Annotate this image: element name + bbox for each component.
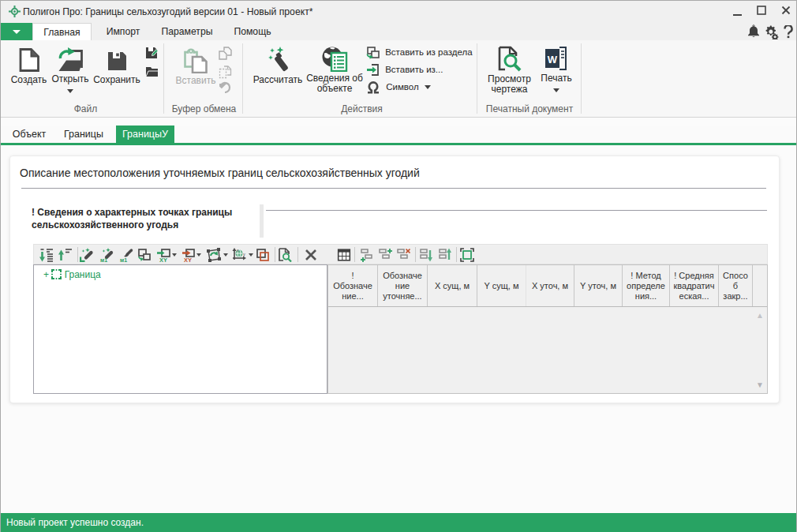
svg-text:XY: XY: [159, 257, 167, 263]
svg-text:x: x: [237, 248, 239, 253]
svg-text:W: W: [548, 54, 558, 66]
svg-text:XY: XY: [184, 257, 192, 263]
svg-text:м1: м1: [120, 257, 127, 263]
svg-text:м1: м1: [100, 257, 107, 263]
svg-text:y: y: [243, 252, 245, 257]
